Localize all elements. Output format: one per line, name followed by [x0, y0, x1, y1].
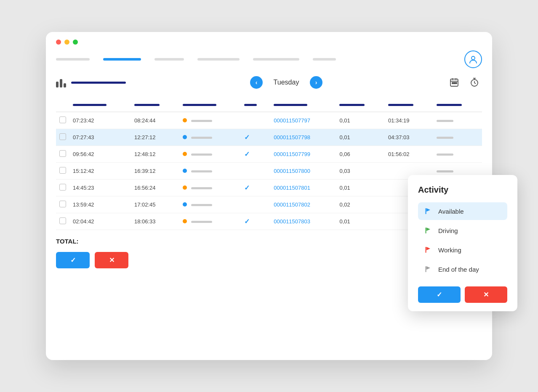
trip-link[interactable]: 000011507801 — [274, 185, 310, 191]
duration-cell: 01:34:19 — [385, 112, 434, 129]
activity-item-available[interactable]: Available — [418, 202, 507, 220]
row-checkbox[interactable] — [59, 133, 66, 140]
end-time-cell: 12:27:12 — [131, 129, 180, 146]
trip-id-cell[interactable]: 000011507801 — [270, 180, 336, 196]
value-cell: 0,01 — [336, 129, 385, 146]
close-dot — [56, 40, 61, 45]
check-icon: ✓ — [244, 184, 250, 191]
trip-id-cell[interactable]: 000011507803 — [270, 213, 336, 230]
checkbox-cell[interactable] — [56, 112, 69, 129]
activity-item-driving[interactable]: Driving — [418, 222, 507, 239]
dot-indicator — [183, 118, 187, 122]
activity-bar — [191, 187, 212, 189]
cancel-button[interactable]: ✕ — [95, 252, 128, 268]
col-extra — [433, 97, 482, 112]
timer-icon-button[interactable] — [467, 75, 482, 90]
trip-id-cell[interactable]: 000011507798 — [270, 129, 336, 146]
dot-indicator — [183, 185, 187, 190]
checkbox-cell[interactable] — [56, 146, 69, 163]
trip-link[interactable]: 000011507797 — [274, 117, 310, 124]
end-time-cell: 16:39:12 — [131, 163, 180, 180]
trip-link[interactable]: 000011507803 — [274, 218, 310, 225]
check-cell: ✓ — [241, 146, 270, 163]
start-time-cell: 07:23:42 — [69, 112, 131, 129]
trip-link[interactable]: 000011507798 — [274, 134, 310, 140]
nav-tab-6[interactable] — [313, 58, 336, 61]
dot-cell — [179, 196, 241, 213]
nav-tab-2[interactable] — [103, 58, 141, 61]
svg-rect-6 — [454, 82, 455, 84]
check-cell — [241, 163, 270, 180]
activity-bar — [191, 154, 212, 156]
checkbox-cell[interactable] — [56, 213, 69, 230]
popup-confirm-button[interactable]: ✓ — [418, 286, 461, 303]
trip-id-cell[interactable]: 000011507802 — [270, 196, 336, 213]
table-row: 07:23:42 08:24:44 000011507797 0,01 01:3… — [56, 112, 482, 129]
trip-link[interactable]: 000011507799 — [274, 151, 310, 157]
next-day-button[interactable]: › — [310, 76, 322, 89]
checkbox-cell[interactable] — [56, 196, 69, 213]
popup-cancel-button[interactable]: ✕ — [465, 286, 507, 303]
end-time-cell: 17:02:45 — [131, 196, 180, 213]
checkbox-cell[interactable] — [56, 129, 69, 146]
col-trip — [270, 97, 336, 112]
trip-link[interactable]: 000011507800 — [274, 168, 310, 174]
cancel-icon: ✕ — [109, 256, 115, 264]
checkbox-cell[interactable] — [56, 180, 69, 196]
activity-item-end-of-the-day[interactable]: End of the day — [418, 260, 507, 278]
activity-popup: Activity Available Driving — [408, 175, 517, 311]
maximize-dot — [73, 40, 78, 45]
end-time-cell: 12:48:12 — [131, 146, 180, 163]
value-cell: 0,01 — [336, 180, 385, 196]
trip-id-cell[interactable]: 000011507800 — [270, 163, 336, 180]
row-checkbox[interactable] — [59, 167, 66, 174]
dot-cell — [179, 129, 241, 146]
col-check — [56, 97, 69, 112]
svg-rect-5 — [452, 82, 453, 84]
table-row: 07:27:43 12:27:12 ✓ 000011507798 0,01 04… — [56, 129, 482, 146]
value-cell: 0,01 — [336, 213, 385, 230]
row-checkbox[interactable] — [59, 217, 66, 224]
duration-cell: 04:37:03 — [385, 129, 434, 146]
nav-tab-5[interactable] — [253, 58, 299, 61]
flag-icon — [423, 226, 432, 235]
trip-id-cell[interactable]: 000011507799 — [270, 146, 336, 163]
confirm-button[interactable]: ✓ — [56, 252, 90, 268]
row-checkbox[interactable] — [59, 117, 66, 123]
activity-popup-title: Activity — [418, 185, 507, 195]
day-navigator: ‹ Tuesday › — [250, 76, 322, 89]
row-checkbox[interactable] — [59, 201, 66, 207]
nav-left — [56, 58, 336, 61]
nav-tab-3[interactable] — [154, 58, 184, 61]
svg-point-0 — [471, 56, 475, 60]
avatar[interactable] — [464, 50, 482, 68]
trip-id-cell[interactable]: 000011507797 — [270, 112, 336, 129]
flag-icon — [423, 245, 432, 254]
prev-day-button[interactable]: ‹ — [250, 76, 263, 89]
col-duration — [385, 97, 434, 112]
check-cell — [241, 112, 270, 129]
check-cell: ✓ — [241, 129, 270, 146]
trip-link[interactable]: 000011507802 — [274, 201, 310, 208]
check-icon: ✓ — [244, 134, 250, 141]
dot-indicator — [183, 169, 187, 173]
row-checkbox[interactable] — [59, 150, 66, 157]
popup-buttons: ✓ ✕ — [418, 286, 507, 303]
dot-cell — [179, 146, 241, 163]
day-label: Tuesday — [269, 79, 303, 86]
toolbar-right — [447, 75, 482, 90]
start-time-cell: 02:04:42 — [69, 213, 131, 230]
col-start — [69, 97, 131, 112]
activity-item-label: Available — [438, 208, 464, 215]
svg-rect-15 — [425, 247, 426, 253]
activity-item-working[interactable]: Working — [418, 241, 507, 259]
value-cell: 0,06 — [336, 146, 385, 163]
nav-tab-4[interactable] — [197, 58, 240, 61]
calendar-icon-button[interactable] — [447, 75, 462, 90]
mini-bar-cell — [433, 146, 482, 163]
checkbox-cell[interactable] — [56, 163, 69, 180]
row-checkbox[interactable] — [59, 184, 66, 191]
check-cell: ✓ — [241, 213, 270, 230]
popup-cancel-icon: ✕ — [483, 291, 489, 298]
nav-tab-1[interactable] — [56, 58, 90, 61]
